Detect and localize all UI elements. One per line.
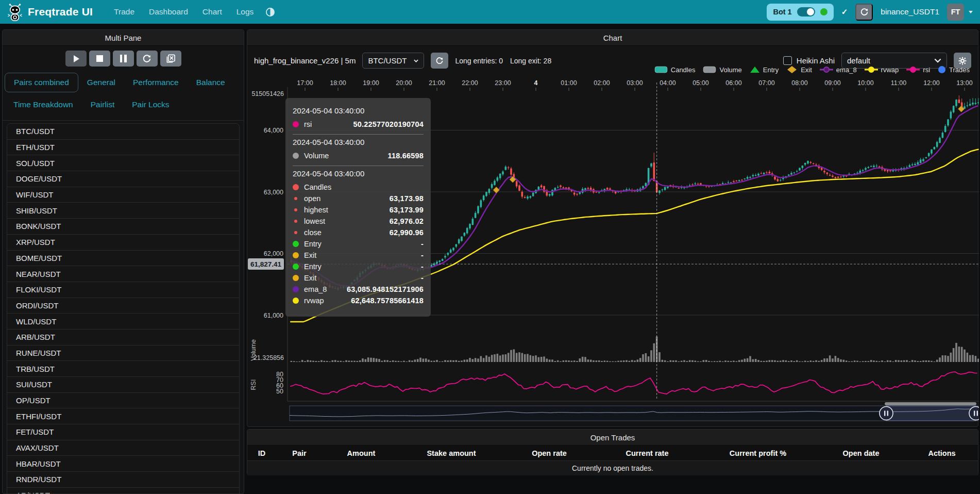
legend-entry[interactable]: Entry [750, 66, 779, 74]
legend-ema_8[interactable]: ema_8 [820, 66, 857, 74]
pair-row-floki-usdt[interactable]: FLOKI/USDT [7, 282, 239, 298]
playback-controls [3, 51, 244, 67]
tooltip-row-entry: Entry - [293, 261, 424, 272]
pair-row-ethfi-usdt[interactable]: ETHFI/USDT [7, 408, 239, 424]
tab-pair-locks[interactable]: Pair Locks [123, 95, 178, 114]
nav-item-logs[interactable]: Logs [231, 3, 260, 21]
user-avatar[interactable]: FT [947, 4, 964, 21]
pair-row-hbar-usdt[interactable]: HBAR/USDT [7, 456, 239, 472]
pair-row-doge-usdt[interactable]: DOGE/USDT [7, 171, 239, 187]
tab-performance[interactable]: Performance [124, 73, 188, 92]
datazoom-scrollbar[interactable] [885, 402, 976, 405]
tooltip-row-volume: Volume 118.66598 [293, 150, 424, 161]
pair-row-rune-usdt[interactable]: RUNE/USDT [7, 345, 239, 361]
svg-text:61,000: 61,000 [264, 312, 283, 319]
pair-row-btc-usdt[interactable]: BTC/USDT [7, 124, 239, 140]
legend-trades[interactable]: Trades [938, 65, 970, 74]
svg-text:50: 50 [276, 388, 283, 395]
svg-text:08:00: 08:00 [791, 79, 807, 87]
reload-bot-button[interactable] [855, 4, 873, 21]
pair-row-trb-usdt[interactable]: TRB/USDT [7, 361, 239, 377]
chevron-down-icon [969, 11, 973, 13]
check-icon: ✓ [841, 7, 848, 17]
play-icon [74, 55, 79, 62]
tab-balance[interactable]: Balance [188, 73, 234, 92]
refresh-chart-button[interactable] [431, 53, 448, 69]
svg-text:20:00: 20:00 [396, 79, 412, 87]
theme-toggle-icon[interactable] [261, 4, 279, 20]
col-id: ID [247, 449, 276, 457]
pair-row-sol-usdt[interactable]: SOL/USDT [7, 155, 239, 171]
stop-button[interactable] [89, 51, 110, 67]
open-trades-header-row: IDPairAmountStake amountOpen rateCurrent… [247, 446, 978, 461]
pair-row-avax-usdt[interactable]: AVAX/USDT [7, 440, 239, 456]
svg-text:11:00: 11:00 [891, 79, 906, 87]
svg-text:515051426: 515051426 [251, 90, 284, 97]
bot-selector[interactable]: Bot 1 [767, 4, 833, 21]
datazoom-handle-left[interactable] [880, 407, 893, 420]
pair-row-xrp-usdt[interactable]: XRP/USDT [7, 235, 239, 251]
multi-pane-tabs: Pairs combinedGeneralPerformanceBalance … [3, 73, 244, 121]
nav-item-dashboard[interactable]: Dashboard [143, 3, 194, 21]
pair-row-wif-usdt[interactable]: WIF/USDT [7, 187, 239, 203]
svg-text:63,000: 63,000 [264, 189, 283, 196]
svg-text:03:00: 03:00 [627, 79, 643, 87]
close-panes-button[interactable] [160, 51, 181, 67]
pair-row-bome-usdt[interactable]: BOME/USDT [7, 251, 239, 267]
pair-row-arb-usdt[interactable]: ARB/USDT [7, 330, 239, 345]
legend-rvwap[interactable]: rvwap [865, 66, 899, 74]
pair-row-near-usdt[interactable]: NEAR/USDT [7, 266, 239, 282]
pair-select[interactable]: BTC/USDT [362, 53, 424, 69]
svg-text:61,827.41: 61,827.41 [250, 260, 282, 268]
chart-tooltip: 2024-05-04 03:40:00 rsi 50.2257702019070… [285, 98, 431, 317]
refresh-button[interactable] [137, 51, 158, 67]
legend-label: Trades [949, 66, 970, 74]
svg-text:07:00: 07:00 [758, 79, 774, 87]
strategy-label: high_frog_binance_v226 | 5m [254, 56, 356, 65]
pair-row-sui-usdt[interactable]: SUI/USDT [7, 377, 239, 393]
tooltip-time: 2024-05-04 03:40:00 [293, 106, 424, 115]
legend-label: Volume [719, 66, 741, 74]
tooltip-row-rsi: rsi 50.22577020190704 [293, 119, 424, 130]
svg-text:21:00: 21:00 [429, 79, 445, 87]
pair-row-wld-usdt[interactable]: WLD/USDT [7, 314, 239, 330]
datazoom-handle-right[interactable] [969, 407, 979, 420]
svg-text:10:00: 10:00 [857, 79, 873, 87]
legend-label: rvwap [881, 66, 899, 74]
bot-toggle[interactable] [797, 7, 815, 17]
pair-row-fet-usdt[interactable]: FET/USDT [7, 424, 239, 440]
pair-row-rndr-usdt[interactable]: RNDR/USDT [7, 472, 239, 488]
legend-candles[interactable]: Candles [654, 66, 696, 74]
tooltip-row-open: open 63,173.98 [293, 193, 424, 204]
svg-text:23:00: 23:00 [495, 79, 511, 87]
pair-row-bonk-usdt[interactable]: BONK/USDT [7, 219, 239, 235]
datazoom-slider[interactable] [290, 402, 979, 421]
main-nav: TradeDashboardChartLogs [108, 3, 259, 21]
tab-pairs-combined[interactable]: Pairs combined [5, 73, 78, 92]
pair-row-eth-usdt[interactable]: ETH/USDT [7, 140, 239, 156]
tooltip-time: 2024-05-04 03:40:00 [293, 169, 424, 178]
pair-row-shib-usdt[interactable]: SHIB/USDT [7, 203, 239, 219]
svg-text:12:00: 12:00 [923, 79, 939, 87]
tooltip-row-ema_8: ema_8 63,085.948152171906 [293, 284, 424, 295]
pair-row-ar-usdt[interactable]: AR/USDT [7, 488, 239, 494]
svg-text:62,000: 62,000 [264, 250, 283, 257]
tab-time-breakdown[interactable]: Time Breakdown [5, 95, 82, 114]
tab-pairlist[interactable]: Pairlist [82, 95, 124, 114]
legend-label: rsi [923, 66, 930, 74]
refresh-icon [142, 54, 151, 63]
pair-row-op-usdt[interactable]: OP/USDT [7, 393, 239, 409]
open-trades-panel: Open Trades IDPairAmountStake amountOpen… [247, 429, 978, 475]
play-button[interactable] [65, 51, 87, 67]
legend-volume[interactable]: Volume [703, 66, 741, 74]
svg-text:06:00: 06:00 [725, 79, 741, 87]
nav-item-chart[interactable]: Chart [197, 3, 228, 21]
tab-general[interactable]: General [78, 73, 124, 92]
brand[interactable]: Freqtrade UI [7, 3, 93, 21]
nav-item-trade[interactable]: Trade [108, 3, 140, 21]
pause-button[interactable] [113, 51, 134, 67]
legend-rsi[interactable]: rsi [906, 66, 930, 74]
pair-row-ordi-usdt[interactable]: ORDI/USDT [7, 298, 239, 314]
col-amount: Amount [323, 449, 400, 457]
legend-exit[interactable]: Exit [786, 65, 812, 74]
